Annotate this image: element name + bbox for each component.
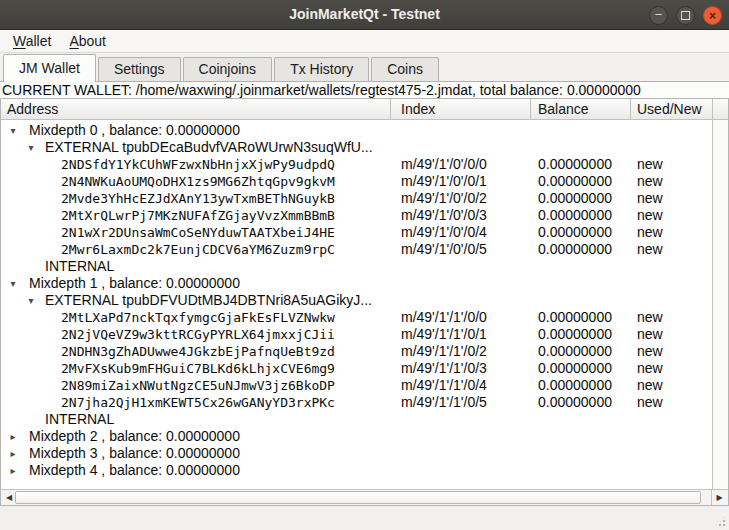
wallet-tree: Address Index Balance Used/New ▾Mixdepth… [0,98,729,506]
scroll-right-icon[interactable]: ▶ [711,490,727,505]
internal-branch-row[interactable]: INTERNAL [1,258,712,275]
mixdepth-row[interactable]: ▸Mixdepth 3 , balance: 0.00000000 [1,445,712,462]
balance-cell: 0.00000000 [538,224,612,241]
address-row[interactable]: 2MtXrQLwrPj7MKzNUFAfZGjayVvzXmmBBmBm/49'… [1,207,712,224]
menu-item-wallet[interactable]: Wallet [4,31,60,51]
balance-cell: 0.00000000 [538,207,612,224]
address-row[interactable]: 2N7jha2QjH1xmKEWT5Cx26wGANyYD3rxPKcm/49'… [1,394,712,411]
balance-cell: 0.00000000 [538,377,612,394]
address-row[interactable]: 2Mwr6LaxmDc2k7EunjCDCV6aYM6Zuzm9rpCm/49'… [1,241,712,258]
expand-icon[interactable]: ▸ [6,428,20,445]
index-cell: m/49'/1'/1'/0/0 [401,309,487,326]
menu-bar: WalletAbout [0,30,729,53]
balance-cell: 0.00000000 [538,360,612,377]
used-new-cell: new [637,207,663,224]
row-label: EXTERNAL tpubDFVUDtMBJ4DBTNri8A5uAGikyJ.… [45,292,372,309]
tab-tx-history[interactable]: Tx History [274,57,369,81]
index-cell: m/49'/1'/1'/0/4 [401,377,487,394]
external-branch-row[interactable]: ▾EXTERNAL tpubDEcaBudvfVARoWUrwN3suqWfU.… [1,139,712,156]
row-label: INTERNAL [45,258,114,275]
address-row[interactable]: 2NDSfdY1YkCUhWFzwxNbHnjxXjwPy9udpdQm/49'… [1,156,712,173]
address-row[interactable]: 2N89miZaixNWutNgzCE5uNJmwV3jz6BkoDPm/49'… [1,377,712,394]
address-cell: 2MvFXsKub9mFHGuiC7BLKd6kLhjxCVE6mg9 [61,360,335,377]
horizontal-scrollbar[interactable]: ◀ ▶ [1,489,728,505]
used-new-cell: new [637,241,663,258]
window-title: JoinMarketQt - Testnet [0,0,729,30]
index-cell: m/49'/1'/0'/0/1 [401,173,487,190]
external-branch-row[interactable]: ▾EXTERNAL tpubDFVUDtMBJ4DBTNri8A5uAGikyJ… [1,292,712,309]
column-header-index[interactable]: Index [391,99,531,119]
menu-item-about[interactable]: About [60,31,115,51]
address-cell: 2Mvde3YhHcEZJdXAnY13ywTxmBEThNGuykB [61,190,335,207]
address-cell: 2N1wXr2DUnsaWmCoSeNYduwTAATXbeiJ4HE [61,224,335,241]
balance-cell: 0.00000000 [538,241,612,258]
used-new-cell: new [637,156,663,173]
horizontal-scroll-thumb[interactable] [15,491,701,504]
maximize-button[interactable] [676,6,695,25]
minimize-button[interactable]: − [649,6,668,25]
titlebar[interactable]: JoinMarketQt - Testnet − × [0,0,729,30]
tab-bar: JM WalletSettingsCoinjoinsTx HistoryCoin… [0,53,729,82]
index-cell: m/49'/1'/0'/0/4 [401,224,487,241]
mixdepth-row[interactable]: ▸Mixdepth 4 , balance: 0.00000000 [1,462,712,479]
address-cell: 2N2jVQeVZ9w3kttRCGyPYRLX64jmxxjCJii [61,326,335,343]
mixdepth-row[interactable]: ▸Mixdepth 2 , balance: 0.00000000 [1,428,712,445]
balance-cell: 0.00000000 [538,309,612,326]
column-header-address[interactable]: Address [1,99,391,119]
used-new-cell: new [637,309,663,326]
resize-grip-icon[interactable] [714,515,727,528]
row-label: Mixdepth 0 , balance: 0.00000000 [29,122,240,139]
index-cell: m/49'/1'/0'/0/2 [401,190,487,207]
balance-cell: 0.00000000 [538,190,612,207]
address-row[interactable]: 2NDHN3gZhADUwwe4JGkzbEjPafnqUeBt9zdm/49'… [1,343,712,360]
address-row[interactable]: 2MtLXaPd7nckTqxfymgcGjaFkEsFLVZNwkwm/49'… [1,309,712,326]
column-header-used-new[interactable]: Used/New [631,99,713,119]
tab-settings[interactable]: Settings [98,57,181,81]
collapse-icon[interactable]: ▾ [6,122,20,139]
internal-branch-row[interactable]: INTERNAL [1,411,712,428]
balance-cell: 0.00000000 [538,173,612,190]
expand-icon[interactable]: ▸ [6,462,20,479]
address-row[interactable]: 2N4NWKuAoUMQoDHX1zs9MG6ZhtqGpv9gkvMm/49'… [1,173,712,190]
address-cell: 2MtXrQLwrPj7MKzNUFAfZGjayVvzXmmBBmB [61,207,335,224]
expand-icon[interactable]: ▸ [6,445,20,462]
tab-coinjoins[interactable]: Coinjoins [183,57,273,81]
scroll-left-icon[interactable]: ◀ [2,490,16,505]
status-bar [0,506,729,530]
current-wallet-label: CURRENT WALLET: /home/waxwing/.joinmarke… [0,82,729,98]
close-button[interactable]: × [703,6,722,25]
vertical-scrollbar[interactable] [712,120,728,489]
address-cell: 2NDSfdY1YkCUhWFzwxNbHnjxXjwPy9udpdQ [61,156,335,173]
mixdepth-row[interactable]: ▾Mixdepth 1 , balance: 0.00000000 [1,275,712,292]
index-cell: m/49'/1'/0'/0/5 [401,241,487,258]
tree-body: ▾Mixdepth 0 , balance: 0.00000000▾EXTERN… [1,120,712,489]
column-header-balance[interactable]: Balance [531,99,631,119]
collapse-icon[interactable]: ▾ [6,275,20,292]
row-label: Mixdepth 1 , balance: 0.00000000 [29,275,240,292]
tab-jm-wallet[interactable]: JM Wallet [3,54,96,82]
row-label: Mixdepth 2 , balance: 0.00000000 [29,428,240,445]
index-cell: m/49'/1'/0'/0/0 [401,156,487,173]
index-cell: m/49'/1'/1'/0/2 [401,343,487,360]
address-row[interactable]: 2Mvde3YhHcEZJdXAnY13ywTxmBEThNGuykBm/49'… [1,190,712,207]
address-cell: 2N4NWKuAoUMQoDHX1zs9MG6ZhtqGpv9gkvM [61,173,335,190]
collapse-icon[interactable]: ▾ [24,139,38,156]
row-label: EXTERNAL tpubDEcaBudvfVARoWUrwN3suqWfU..… [45,139,373,156]
balance-cell: 0.00000000 [538,326,612,343]
tab-coins[interactable]: Coins [371,57,439,81]
address-row[interactable]: 2N1wXr2DUnsaWmCoSeNYduwTAATXbeiJ4HEm/49'… [1,224,712,241]
mixdepth-row[interactable]: ▾Mixdepth 0 , balance: 0.00000000 [1,122,712,139]
used-new-cell: new [637,360,663,377]
used-new-cell: new [637,377,663,394]
used-new-cell: new [637,394,663,411]
address-cell: 2N7jha2QjH1xmKEWT5Cx26wGANyYD3rxPKc [61,394,335,411]
address-row[interactable]: 2N2jVQeVZ9w3kttRCGyPYRLX64jmxxjCJiim/49'… [1,326,712,343]
maximize-icon [681,11,690,20]
used-new-cell: new [637,190,663,207]
mnemonic-letter: A [69,33,78,49]
table-header-row: Address Index Balance Used/New [1,99,728,120]
used-new-cell: new [637,343,663,360]
address-row[interactable]: 2MvFXsKub9mFHGuiC7BLKd6kLhjxCVE6mg9m/49'… [1,360,712,377]
collapse-icon[interactable]: ▾ [24,292,38,309]
close-icon: × [709,9,716,23]
